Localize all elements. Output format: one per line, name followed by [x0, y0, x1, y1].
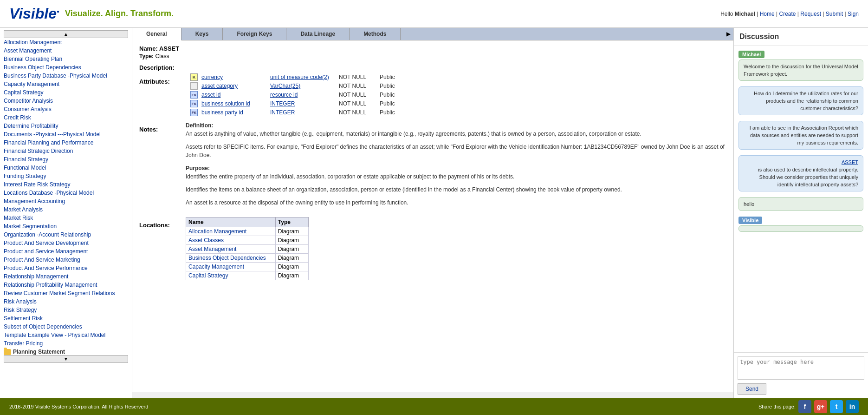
sidebar-item[interactable]: Funding Strategy: [4, 172, 128, 180]
sidebar-item[interactable]: Market Segmentation: [4, 222, 128, 231]
sidebar-item[interactable]: Transfer Pricing: [4, 339, 128, 348]
nav-sign[interactable]: Sign: [848, 11, 859, 17]
message-bubble: ASSETis also used to describe intellectu…: [738, 155, 863, 191]
message-text: Welcome to the discussion for the Univer…: [738, 59, 863, 81]
sidebar-item[interactable]: Biennial Operating Plan: [4, 55, 128, 63]
attr-access: Public: [380, 74, 395, 80]
sidebar-item[interactable]: Business Party Database -Physical Model: [4, 72, 128, 80]
tab-foreign-keys[interactable]: Foreign Keys: [223, 28, 286, 40]
sidebar-item[interactable]: Review Customer Market Segment Relations: [4, 289, 128, 297]
sidebar[interactable]: ▲ Allocation ManagementAsset ManagementB…: [0, 28, 132, 398]
notes-paragraph: Identifies the items on a balance sheet …: [186, 185, 726, 194]
sidebar-item[interactable]: Consumer Analysis: [4, 105, 128, 113]
sidebar-item[interactable]: Capital Strategy: [4, 88, 128, 97]
attr-access: Public: [380, 92, 395, 98]
attr-access: Public: [380, 109, 395, 116]
sidebar-item[interactable]: Credit Risk: [4, 113, 128, 122]
message-sender: Michael: [738, 51, 764, 58]
attr-name[interactable]: business party id: [201, 109, 266, 116]
sidebar-item[interactable]: Template Example View - Physical Model: [4, 331, 128, 339]
attr-icon: [190, 82, 198, 90]
attr-name[interactable]: asset id: [201, 92, 266, 98]
tab-general[interactable]: General: [132, 28, 181, 40]
twitter-button[interactable]: t: [830, 400, 843, 413]
tab-data-lineage[interactable]: Data Lineage: [286, 28, 350, 40]
sidebar-item[interactable]: Financial Strategic Direction: [4, 147, 128, 155]
attr-type[interactable]: VarChar(25): [270, 83, 335, 89]
logo-dot: ●: [57, 9, 59, 14]
sidebar-item[interactable]: Capacity Management: [4, 80, 128, 88]
sidebar-scroll-up[interactable]: ▲: [4, 30, 128, 38]
location-row: Allocation Management Diagram: [186, 227, 309, 236]
location-row: Capital Strategy Diagram: [186, 271, 309, 280]
nav-home[interactable]: Home: [760, 11, 775, 17]
location-name: Business Object Dependencies: [186, 254, 276, 263]
sidebar-item[interactable]: Interest Rate Risk Strategy: [4, 180, 128, 189]
sidebar-scroll-down[interactable]: ▼: [4, 355, 128, 363]
nav-create[interactable]: Create: [779, 11, 796, 17]
location-name: Asset Classes: [186, 236, 276, 245]
linkedin-button[interactable]: in: [846, 400, 859, 413]
locations-row: Locations: Name Type Allocation Manageme…: [139, 217, 726, 280]
attr-null: NOT NULL: [339, 100, 376, 107]
sidebar-item[interactable]: Relationship Profitability Management: [4, 281, 128, 289]
sidebar-item[interactable]: Documents -Physical ---Physical Model: [4, 130, 128, 138]
username: Michael: [735, 11, 755, 17]
sidebar-item[interactable]: Relationship Management: [4, 272, 128, 281]
location-type: Diagram: [275, 245, 308, 254]
sidebar-folder-item[interactable]: Planning Statement: [4, 349, 128, 355]
message-text: hello: [738, 197, 863, 211]
sidebar-item[interactable]: Business Object Dependencies: [4, 63, 128, 72]
sidebar-item[interactable]: Locations Database -Physical Model: [4, 189, 128, 197]
sidebar-item[interactable]: Product And Service Marketing: [4, 256, 128, 264]
attr-name[interactable]: business solution id: [201, 100, 266, 107]
sidebar-item[interactable]: Settlement Risk: [4, 314, 128, 323]
attr-type[interactable]: INTEGER: [270, 109, 335, 116]
tab-keys[interactable]: Keys: [181, 28, 223, 40]
attr-type[interactable]: unit of measure code(2): [270, 74, 335, 80]
h-scroll-bar[interactable]: [132, 392, 733, 398]
sidebar-item[interactable]: Financial Planning and Performance: [4, 138, 128, 147]
nav-submit[interactable]: Submit: [826, 11, 843, 17]
gplus-button[interactable]: g+: [814, 400, 827, 413]
sidebar-item[interactable]: Market Risk: [4, 214, 128, 222]
message-bubble: MichaelWelcome to the discussion for the…: [738, 51, 863, 81]
asset-link[interactable]: ASSET: [842, 159, 858, 165]
attr-access: Public: [380, 83, 395, 89]
tabs-scroll-right[interactable]: ▶: [724, 28, 733, 40]
sidebar-item[interactable]: Subset of Object Dependencies: [4, 323, 128, 331]
sidebar-item[interactable]: Allocation Management: [4, 38, 128, 46]
sidebar-item[interactable]: Market Analysis: [4, 205, 128, 214]
location-type: Diagram: [275, 236, 308, 245]
facebook-button[interactable]: f: [798, 400, 811, 413]
attr-type[interactable]: INTEGER: [270, 100, 335, 107]
nav-links: Hello Michael | Home | Create | Request …: [720, 11, 859, 17]
attr-type[interactable]: resource id: [270, 92, 335, 98]
sidebar-item[interactable]: Organization -Account Relationship: [4, 231, 128, 239]
attr-null: NOT NULL: [339, 83, 376, 89]
tab-methods[interactable]: Methods: [350, 28, 401, 40]
sidebar-item[interactable]: Product And Service Development: [4, 239, 128, 247]
discussion-panel: Discussion MichaelWelcome to the discuss…: [733, 28, 868, 398]
attr-name[interactable]: currency: [201, 74, 266, 80]
discussion-input[interactable]: [738, 356, 864, 380]
attr-icon: FK: [190, 109, 198, 116]
sidebar-item[interactable]: Product and Service Management: [4, 247, 128, 256]
message-bubble: I am able to see in the Association Repo…: [738, 121, 863, 150]
send-button[interactable]: Send: [738, 383, 766, 395]
sidebar-item[interactable]: Asset Management: [4, 46, 128, 55]
attr-null: NOT NULL: [339, 92, 376, 98]
sidebar-item[interactable]: Risk Analysis: [4, 297, 128, 306]
sidebar-item[interactable]: Financial Strategy: [4, 155, 128, 164]
sidebar-item[interactable]: Competitor Analysis: [4, 97, 128, 105]
sidebar-item[interactable]: Determine Profitability: [4, 122, 128, 130]
nav-request[interactable]: Request: [800, 11, 821, 17]
sidebar-item[interactable]: Risk Strategy: [4, 306, 128, 314]
attr-name[interactable]: asset category: [201, 83, 266, 89]
footer: 2016-2019 Visible Systems Corporation. A…: [0, 398, 868, 415]
name-value: ASSET: [159, 45, 179, 52]
notes-content: Definition:An asset is anything of value…: [186, 121, 726, 211]
sidebar-item[interactable]: Product And Service Performance: [4, 264, 128, 272]
sidebar-item[interactable]: Management Accounting: [4, 197, 128, 205]
sidebar-item[interactable]: Functional Model: [4, 164, 128, 172]
